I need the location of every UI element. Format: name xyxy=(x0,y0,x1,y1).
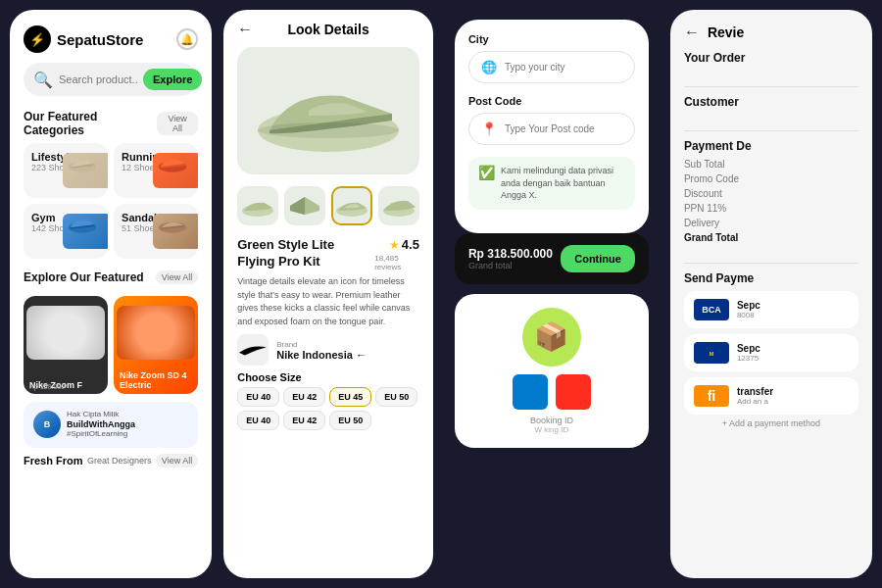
notification-bell-icon[interactable]: 🔔 xyxy=(176,28,198,50)
bca-number: 8008 xyxy=(737,311,760,319)
customer-title: Customer xyxy=(684,95,858,109)
payment-methods-list: BCA Sepc 8008 M Sepc 12375 xyxy=(684,291,858,415)
size-eu42[interactable]: EU 42 xyxy=(283,387,325,407)
look-details-topbar: ← Look Details xyxy=(223,10,433,43)
postcode-label: Post Code xyxy=(468,95,635,107)
payment-fi[interactable]: fi transfer Add an a xyxy=(684,377,858,415)
search-bar[interactable]: 🔍 Explore xyxy=(24,63,198,96)
delivery-label: Delivery xyxy=(684,218,719,228)
panel-delivery: City 🌐 Post Code 📍 ✅ Kami melindungi dat… xyxy=(445,10,659,578)
view-all-featured-button[interactable]: View All xyxy=(156,270,198,284)
mandiri-name: Sepc xyxy=(737,343,760,354)
look-details-title: Look Details xyxy=(287,22,368,37)
fresh-from-title: Fresh From xyxy=(24,455,83,466)
notif-text: Hak Cipta Milik xyxy=(67,410,135,419)
notif-hashtag: #SpiritOfLearning xyxy=(67,429,135,439)
review-back-button[interactable]: ← xyxy=(684,24,700,41)
category-gym[interactable]: Gym 142 Shoes xyxy=(24,204,108,259)
explore-button[interactable]: Explore xyxy=(143,69,202,90)
grand-total-label: Grand Total xyxy=(684,232,738,243)
svg-text:M: M xyxy=(710,351,714,357)
app-name: SepatuStore xyxy=(57,31,143,48)
grand-total-bar: Rp 318.500.000 Grand total Continue xyxy=(455,233,649,284)
promo-code-row: Promo Code xyxy=(684,173,858,184)
size-eu40[interactable]: EU 40 xyxy=(237,387,279,407)
featured-product-2[interactable]: Nike Zoom SD 4 Electric xyxy=(114,296,198,394)
bca-name: Sepc xyxy=(737,300,760,311)
thumb-1[interactable] xyxy=(237,186,278,225)
sizes-row-1: EU 40 EU 42 EU 45 EU 50 xyxy=(237,387,419,407)
customer-section: Customer xyxy=(684,95,858,115)
your-order-section: Your Order xyxy=(684,51,858,71)
city-input-wrapper[interactable]: 🌐 xyxy=(468,51,635,83)
product-description: Vintage details elevate an icon for time… xyxy=(237,275,419,328)
product-brand-row: Brand Nike Indonesia ← xyxy=(237,334,419,366)
continue-button[interactable]: Continue xyxy=(561,245,635,272)
cat-image-gym xyxy=(63,214,108,249)
featured-grid: Nike Zoom F Rp 128.000 Nike Zoom SD 4 El… xyxy=(10,296,212,402)
fi-logo: fi xyxy=(694,385,729,407)
category-running[interactable]: Running 12 Shoes xyxy=(114,143,198,198)
sub-total-label: Sub Total xyxy=(684,159,725,170)
panel-sepatu-store: ⚡ SepatuStore 🔔 🔍 Explore Our Featured C… xyxy=(10,10,212,578)
review-title: Revie xyxy=(708,24,744,40)
product-rating: ★ 4.5 18,485 reviews xyxy=(374,237,419,271)
panel-look-details: ← Look Details xyxy=(223,10,433,578)
grand-total-row: Grand Total xyxy=(684,232,858,243)
send-payment-title: Send Payme xyxy=(684,271,858,285)
discount-row: Discount xyxy=(684,188,858,199)
postcode-input[interactable] xyxy=(505,123,629,134)
search-icon: 🔍 xyxy=(33,71,53,89)
divider-2 xyxy=(684,130,858,131)
bca-logo: BCA xyxy=(694,299,729,320)
add-payment-link[interactable]: + Add a payment method xyxy=(684,418,858,428)
size-eu40-2[interactable]: EU 40 xyxy=(237,411,279,430)
svg-point-5 xyxy=(258,122,399,138)
notif-avatar: B xyxy=(33,411,61,438)
reviews-count: 18,485 reviews xyxy=(374,254,419,271)
product-thumbnails xyxy=(223,178,433,233)
hero-shoe-svg xyxy=(250,57,407,165)
back-button[interactable]: ← xyxy=(237,21,253,38)
brand-name: Nike Indonesia ← xyxy=(276,349,367,361)
order-card: 📦 Booking ID W king ID xyxy=(455,294,649,448)
thumb-4[interactable] xyxy=(378,186,419,225)
sub-total-row: Sub Total xyxy=(684,159,858,170)
city-input[interactable] xyxy=(505,62,629,73)
delivery-row: Delivery xyxy=(684,218,858,228)
view-all-categories-button[interactable]: View All xyxy=(157,112,198,135)
category-lifestyle[interactable]: Lifestyle 223 Shoes xyxy=(24,143,108,198)
vscode-icon xyxy=(513,374,548,410)
featured-product-1[interactable]: Nike Zoom F Rp 128.000 xyxy=(24,296,108,394)
search-input[interactable] xyxy=(59,74,137,85)
thumb-2[interactable] xyxy=(284,186,325,225)
mandiri-number: 12375 xyxy=(737,354,760,363)
globe-icon: 🌐 xyxy=(481,60,497,74)
size-eu45[interactable]: EU 45 xyxy=(329,387,371,407)
choose-size-label: Choose Size xyxy=(237,371,419,383)
cat-image-running xyxy=(153,153,198,188)
feat-product-price-1: Rp 128.000 xyxy=(29,383,65,390)
product-info: Green Style Lite Flying Pro Kit ★ 4.5 18… xyxy=(223,233,433,578)
view-all-fresh-button[interactable]: View All xyxy=(156,454,198,467)
size-eu50-2[interactable]: EU 50 xyxy=(329,411,371,430)
payment-mandiri[interactable]: M Sepc 12375 xyxy=(684,334,858,371)
ppn-label: PPN 11% xyxy=(684,203,726,214)
payment-bca[interactable]: BCA Sepc 8008 xyxy=(684,291,858,328)
star-icon: ★ xyxy=(389,238,400,252)
size-eu50[interactable]: EU 50 xyxy=(375,387,417,407)
divider-3 xyxy=(684,263,858,264)
featured-categories-header: Our Featured Categories View All xyxy=(10,106,212,143)
category-sandal[interactable]: Sandal 51 Shoes xyxy=(114,204,198,259)
thumb-3[interactable] xyxy=(331,186,372,225)
fresh-from-sub: Great Designers xyxy=(87,456,152,466)
booking-id-label: Booking ID xyxy=(530,416,573,425)
postcode-input-wrapper[interactable]: 📍 xyxy=(468,113,635,145)
product-hero-image xyxy=(237,47,419,174)
notif-brand: BuildWithAngga xyxy=(67,419,135,429)
categories-grid: Lifestyle 223 Shoes Running 12 Shoes xyxy=(10,143,212,267)
size-eu42-2[interactable]: EU 42 xyxy=(283,411,325,430)
discount-label: Discount xyxy=(684,188,722,199)
your-order-title: Your Order xyxy=(684,51,858,65)
grand-total-label: Grand total xyxy=(468,261,553,270)
